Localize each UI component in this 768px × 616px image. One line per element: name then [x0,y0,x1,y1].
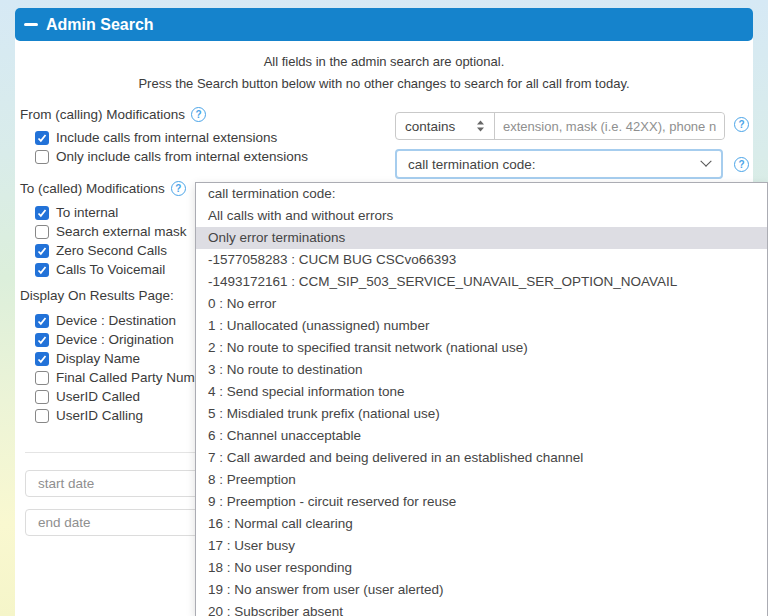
checkbox-unchecked-icon[interactable] [35,409,49,423]
dropdown-option[interactable]: All calls with and without errors [196,205,767,227]
checkbox-label: Display Name [56,351,140,366]
checkbox-unchecked-icon[interactable] [35,390,49,404]
display-on-results-label: Display On Results Page: [20,288,174,303]
checkbox-label: Device : Origination [56,332,174,347]
page-title: Admin Search [46,16,154,34]
dropdown-option[interactable]: 18 : No user responding [196,557,767,579]
checkbox-row[interactable]: UserID Called [35,387,214,406]
checkbox-unchecked-icon[interactable] [35,225,49,239]
dropdown-option[interactable]: 6 : Channel unacceptable [196,425,767,447]
from-modifications-text: From (calling) Modifications [20,107,185,122]
dropdown-option[interactable]: 16 : Normal call clearing [196,513,767,535]
checkbox-checked-icon[interactable] [35,244,49,258]
dropdown-option[interactable]: 19 : No answer from user (user alerted) [196,579,767,601]
checkbox-label: Search external mask [56,224,187,239]
checkbox-unchecked-icon[interactable] [35,150,49,164]
collapse-minus-icon[interactable] [23,17,39,33]
display-on-results-text: Display On Results Page: [20,288,174,303]
checkbox-row[interactable]: Include calls from internal extensions [35,128,308,147]
call-termination-select-value: call termination code: [408,157,536,172]
match-mode-value: contains [405,119,455,134]
dropdown-option[interactable]: 5 : Misdialed trunk prefix (national use… [196,403,767,425]
dropdown-option[interactable]: 9 : Preemption - circuit reserved for re… [196,491,767,513]
call-termination-select[interactable]: call termination code: [395,149,723,179]
checkbox-row[interactable]: UserID Calling [35,406,214,425]
match-mode-select[interactable]: contains [396,113,495,139]
dropdown-option[interactable]: Only error terminations [196,227,767,249]
help-icon[interactable]: ? [171,181,186,196]
to-modifications-text: To (called) Modifications [20,181,165,196]
dropdown-option[interactable]: 17 : User busy [196,535,767,557]
dropdown-option[interactable]: call termination code: [196,183,767,205]
from-search-input[interactable] [495,113,724,139]
checkbox-checked-icon[interactable] [35,206,49,220]
dropdown-option[interactable]: -1493172161 : CCM_SIP_503_SERVICE_UNAVAI… [196,271,767,293]
checkbox-label: UserID Called [56,389,140,404]
intro-line-1: All fields in the admin search are optio… [15,54,753,69]
chevron-down-icon [700,156,711,167]
help-icon[interactable]: ? [734,117,749,132]
to-checkbox-group: To internalSearch external maskZero Seco… [35,203,187,279]
checkbox-row[interactable]: Final Called Party Number [35,368,214,387]
checkbox-row[interactable]: Zero Second Calls [35,241,187,260]
dropdown-option[interactable]: 8 : Preemption [196,469,767,491]
dropdown-option[interactable]: 0 : No error [196,293,767,315]
display-checkbox-group: Device : DestinationDevice : Origination… [35,311,214,425]
checkbox-row[interactable]: To internal [35,203,187,222]
checkbox-label: Calls To Voicemail [56,262,165,277]
checkbox-row[interactable]: Device : Destination [35,311,214,330]
checkbox-checked-icon[interactable] [35,333,49,347]
from-modifications-label: From (calling) Modifications ? [20,107,206,122]
dropdown-option[interactable]: 4 : Send special information tone [196,381,767,403]
checkbox-row[interactable]: Calls To Voicemail [35,260,187,279]
to-modifications-label: To (called) Modifications ? [20,181,186,196]
checkbox-row[interactable]: Device : Origination [35,330,214,349]
checkbox-checked-icon[interactable] [35,314,49,328]
intro-line-2: Press the Search button below with no ot… [15,76,753,91]
checkbox-checked-icon[interactable] [35,352,49,366]
checkbox-label: UserID Calling [56,408,143,423]
dropdown-option[interactable]: 2 : No route to specified transit networ… [196,337,767,359]
checkbox-checked-icon[interactable] [35,263,49,277]
checkbox-label: Zero Second Calls [56,243,167,258]
help-icon[interactable]: ? [734,157,749,172]
dropdown-option[interactable]: 20 : Subscriber absent [196,601,767,616]
from-checkbox-group: Include calls from internal extensionsOn… [35,128,308,166]
call-termination-dropdown-list: call termination code:All calls with and… [195,182,768,616]
checkbox-row[interactable]: Display Name [35,349,214,368]
checkbox-label: Final Called Party Number [56,370,214,385]
checkbox-checked-icon[interactable] [35,131,49,145]
checkbox-label: Only include calls from internal extensi… [56,149,308,164]
checkbox-label: To internal [56,205,118,220]
help-icon[interactable]: ? [191,107,206,122]
dropdown-option[interactable]: 3 : No route to destination [196,359,767,381]
checkbox-label: Include calls from internal extensions [56,130,277,145]
updown-arrows-icon [476,120,485,132]
dropdown-option[interactable]: -1577058283 : CUCM BUG CSCvo66393 [196,249,767,271]
dropdown-option[interactable]: 1 : Unallocated (unassigned) number [196,315,767,337]
dropdown-option[interactable]: 7 : Call awarded and being delivered in … [196,447,767,469]
checkbox-label: Device : Destination [56,313,176,328]
checkbox-unchecked-icon[interactable] [35,371,49,385]
from-search-group: contains [395,112,725,140]
checkbox-row[interactable]: Only include calls from internal extensi… [35,147,308,166]
admin-search-header[interactable]: Admin Search [15,8,753,41]
checkbox-row[interactable]: Search external mask [35,222,187,241]
